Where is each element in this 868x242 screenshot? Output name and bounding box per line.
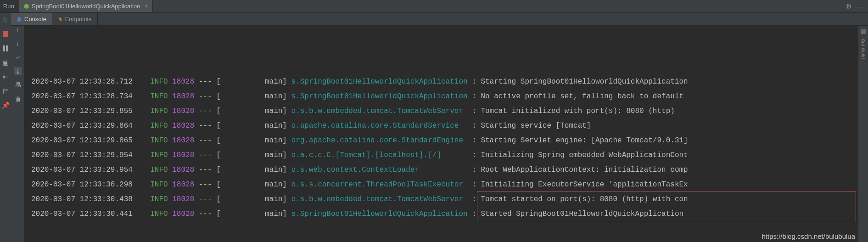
console-toolbar: ↑ ↓ ⤶ ⤓ 🖶 🗑	[11, 26, 25, 242]
close-icon[interactable]: ×	[145, 3, 148, 10]
tab-endpoints-label: Endpoints	[65, 16, 92, 23]
spring-icon: ⬢	[24, 3, 29, 10]
run-left-toolbar: ↻ ▣ ⇤ ▤ 📌	[0, 13, 11, 242]
log-line: 2020-03-07 12:33:29.864 INFO 18028 --- […	[31, 118, 868, 133]
log-line: 2020-03-07 12:33:30.438 INFO 18028 --- […	[31, 192, 868, 207]
down-arrow-icon[interactable]: ↓	[14, 39, 22, 48]
pause-icon[interactable]	[1, 44, 10, 52]
log-line: 2020-03-07 12:33:29.954 INFO 18028 --- […	[31, 163, 868, 177]
up-arrow-icon[interactable]: ↑	[14, 26, 22, 34]
tab-console[interactable]: ▣ Console	[11, 13, 52, 25]
console-icon: ▣	[17, 16, 22, 23]
layout-icon[interactable]: ▤	[1, 87, 10, 95]
log-line: 2020-03-07 12:33:29.865 INFO 18028 --- […	[31, 133, 868, 148]
log-line: 2020-03-07 12:33:30.298 INFO 18028 --- […	[31, 177, 868, 192]
right-tool-strip: Ant Build	[858, 26, 868, 242]
scroll-to-end-icon[interactable]: ⤓	[14, 67, 22, 75]
stop-icon[interactable]	[3, 31, 8, 37]
log-line: 2020-03-07 12:33:29.855 INFO 18028 --- […	[31, 104, 868, 118]
run-label: Run:	[0, 0, 19, 12]
rerun-icon[interactable]: ↻	[1, 16, 10, 24]
log-line: 2020-03-07 12:33:30.441 INFO 18028 --- […	[31, 207, 868, 221]
pin-icon[interactable]: 📌	[1, 101, 10, 109]
soft-wrap-icon[interactable]: ⤶	[14, 53, 22, 62]
tab-endpoints[interactable]: ⋔ Endpoints	[52, 13, 98, 25]
print-icon[interactable]: 🖶	[14, 81, 22, 89]
run-config-title: SpringBoot01HelloworldQuickApplication	[32, 3, 140, 10]
right-strip-label[interactable]: Ant Build	[861, 39, 866, 59]
run-title-bar: Run: ⬢ SpringBoot01HelloworldQuickApplic…	[0, 0, 868, 13]
watermark-text: https://blog.csdn.net/bulubulua	[762, 232, 855, 240]
tab-console-label: Console	[24, 16, 46, 23]
log-line: 2020-03-07 12:33:28.734 INFO 18028 --- […	[31, 89, 868, 104]
hide-panel-icon[interactable]: —	[855, 0, 868, 12]
endpoints-icon: ⋔	[58, 16, 62, 23]
exit-icon[interactable]: ⇤	[1, 73, 10, 81]
log-line: 2020-03-07 12:33:29.954 INFO 18028 --- […	[31, 148, 868, 163]
log-line: 2020-03-07 12:33:28.712 INFO 18028 --- […	[31, 74, 868, 89]
clear-icon[interactable]: 🗑	[14, 95, 22, 103]
gear-icon[interactable]: ⚙	[842, 0, 855, 12]
run-config-tab[interactable]: ⬢ SpringBoot01HelloworldQuickApplication…	[19, 0, 153, 12]
run-subtabs: ▣ Console ⋔ Endpoints	[11, 13, 868, 26]
console-output[interactable]: 2020-03-07 12:33:28.712 INFO 18028 --- […	[25, 26, 868, 242]
right-strip-marker-icon	[861, 29, 866, 34]
dump-threads-icon[interactable]: ▣	[1, 58, 10, 67]
